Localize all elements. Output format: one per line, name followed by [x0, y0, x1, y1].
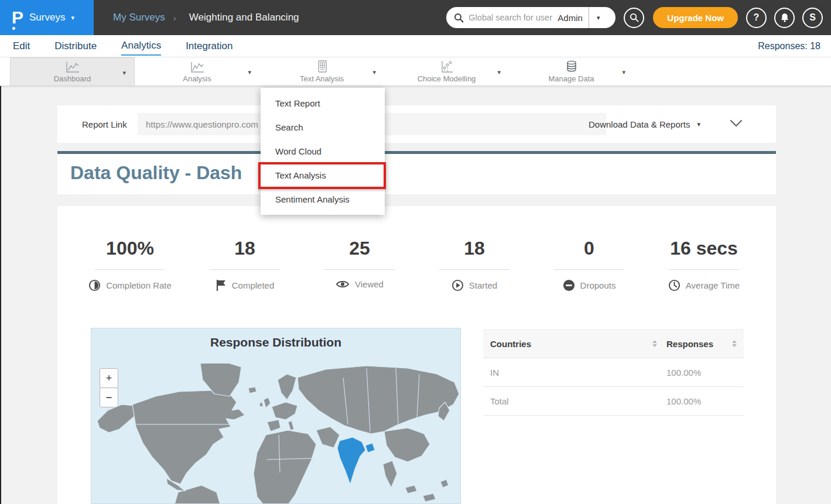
- stat-dropouts: 0 Dropouts: [532, 236, 647, 292]
- response-distribution-map: Response Distribution + −: [91, 328, 461, 504]
- dashboard-main-card: 100% Completion Rate 18 Completed 25: [57, 206, 776, 504]
- survey-nav: Edit Distribute Analytics Integration Re…: [0, 35, 831, 57]
- world-map[interactable]: [91, 364, 461, 504]
- tab-text-analysis[interactable]: Text Analysis ▾: [259, 57, 384, 86]
- report-link-label: Report Link: [82, 105, 127, 143]
- tab-manage-data[interactable]: Manage Data ▾: [509, 57, 634, 86]
- map-title: Response Distribution: [91, 335, 460, 349]
- page-title: Data Quality - Dash: [70, 162, 242, 184]
- chevron-down-icon[interactable]: ▾: [122, 70, 126, 76]
- search-scope-label: Admin: [558, 13, 583, 23]
- topbar-actions: Admin ▾ Upgrade Now ? S: [446, 0, 831, 35]
- tab-dashboard[interactable]: Dashboard ▾: [10, 57, 135, 86]
- breadcrumb-separator-icon: ›: [173, 13, 176, 23]
- data-quality-card: Data Quality - Dash: [57, 151, 776, 194]
- bell-icon: [780, 13, 789, 23]
- responses-header-label: Responses: [666, 339, 713, 349]
- surveys-product-switcher[interactable]: P Surveys ▾: [0, 0, 94, 35]
- minus-circle-icon: [563, 279, 575, 292]
- country-code: Total: [490, 396, 509, 406]
- user-avatar[interactable]: S: [802, 8, 823, 28]
- avatar-initial: S: [809, 12, 816, 23]
- stat-completion-rate: 100% Completion Rate: [73, 236, 187, 292]
- chevron-down-icon: ▾: [71, 15, 74, 21]
- menu-item-sentiment-analysis[interactable]: Sentiment Analysis: [261, 187, 385, 211]
- download-data-reports-dropdown[interactable]: Download Data & Reports ▾: [589, 105, 700, 143]
- text-document-icon: [316, 60, 328, 73]
- global-search: Admin ▾: [446, 7, 615, 28]
- search-input[interactable]: [468, 13, 556, 22]
- notifications-button[interactable]: [774, 8, 795, 28]
- table-row: IN 100.00%: [483, 358, 744, 387]
- search-icon: [630, 13, 639, 22]
- eye-icon: [336, 279, 350, 289]
- clock-icon: [668, 279, 680, 292]
- nav-item-analytics[interactable]: Analytics: [121, 36, 161, 56]
- country-code: IN: [490, 368, 499, 378]
- top-bar: P Surveys ▾ My Surveys › Weighting and B…: [0, 0, 831, 35]
- questionpro-logo: P: [12, 9, 23, 26]
- menu-item-text-report[interactable]: Text Report: [261, 91, 385, 115]
- chevron-down-icon[interactable]: ▾: [248, 69, 251, 76]
- search-button[interactable]: [624, 8, 644, 28]
- menu-item-search[interactable]: Search: [261, 115, 385, 139]
- country-responses: 100.00%: [666, 368, 701, 378]
- help-button[interactable]: ?: [746, 8, 767, 28]
- logo-dot: [12, 27, 15, 30]
- completion-rate-icon: [88, 279, 101, 292]
- scatter-chart-icon: [440, 60, 454, 73]
- search-scope-dropdown[interactable]: ▾: [589, 15, 608, 21]
- play-circle-icon: [452, 279, 464, 292]
- chevron-down-icon[interactable]: ▾: [622, 69, 625, 76]
- chevron-down-icon: ▾: [697, 121, 700, 128]
- breadcrumb: My Surveys › Weighting and Balancing: [113, 12, 299, 23]
- chevron-down-icon[interactable]: ▾: [372, 69, 376, 76]
- countries-header-label: Countries: [490, 339, 531, 349]
- report-link-card: Report Link Download Data & Reports ▾: [57, 105, 776, 143]
- stat-average-time: 16 secs Average Time: [647, 236, 761, 292]
- sort-icon[interactable]: [732, 340, 737, 347]
- map-country-india[interactable]: [337, 437, 375, 484]
- nav-item-integration[interactable]: Integration: [186, 37, 232, 55]
- table-row: Total 100.00%: [483, 387, 744, 416]
- product-name: Surveys: [29, 12, 65, 23]
- menu-item-word-cloud[interactable]: Word Cloud: [261, 139, 385, 163]
- nav-item-distribute[interactable]: Distribute: [54, 37, 97, 55]
- stat-started: 18 Started: [417, 236, 532, 292]
- stat-viewed: 25 Viewed: [302, 236, 417, 292]
- line-chart-icon: [190, 60, 205, 73]
- chevron-down-icon[interactable]: ▾: [497, 69, 501, 76]
- collapsed-sidebar-edge: [0, 86, 1, 504]
- tab-choice-modelling[interactable]: Choice Modelling ▾: [384, 57, 509, 86]
- nav-item-edit[interactable]: Edit: [13, 37, 30, 55]
- line-chart-icon: [65, 60, 80, 73]
- text-analysis-dropdown-menu: Text Report Search Word Cloud Text Analy…: [261, 88, 385, 215]
- stat-completed: 18 Completed: [187, 236, 302, 292]
- menu-item-text-analysis[interactable]: Text Analysis: [261, 163, 385, 187]
- breadcrumb-survey-title: Weighting and Balancing: [189, 12, 299, 23]
- survey-stats-row: 100% Completion Rate 18 Completed 25: [73, 236, 761, 292]
- breadcrumb-my-surveys[interactable]: My Surveys: [113, 12, 165, 23]
- upgrade-now-button[interactable]: Upgrade Now: [653, 7, 738, 28]
- country-responses: 100.00%: [666, 396, 701, 406]
- search-icon: [454, 13, 464, 23]
- countries-table: Countries Responses IN 100.00% Total 100…: [483, 329, 744, 416]
- collapse-chevron-icon[interactable]: [730, 119, 743, 128]
- tab-analysis[interactable]: Analysis ▾: [135, 57, 259, 86]
- flag-icon: [216, 279, 227, 292]
- sort-icon[interactable]: [652, 340, 657, 347]
- responses-count: Responses: 18: [758, 41, 820, 52]
- countries-table-header: Countries Responses: [483, 329, 744, 358]
- database-icon: [565, 60, 578, 73]
- question-mark-icon: ?: [754, 12, 760, 23]
- analytics-toolbar: Dashboard ▾ Analysis ▾ Text Analysis ▾ C…: [0, 57, 831, 86]
